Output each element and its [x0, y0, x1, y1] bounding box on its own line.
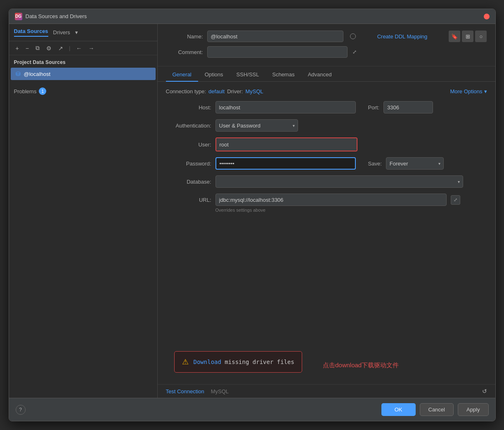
conn-type-label: Connection type: [166, 88, 206, 95]
more-options-arrow: ▾ [484, 88, 487, 95]
name-indicator [350, 33, 356, 39]
title-bar-left: DG Data Sources and Drivers [15, 13, 87, 20]
name-row: Name: Create DDL Mapping 🔖 ⊞ ○ [166, 31, 487, 42]
name-input[interactable] [207, 31, 343, 42]
driver-value[interactable]: MySQL [245, 88, 263, 95]
warning-annotation: 点击download下载驱动文件 [323, 361, 399, 369]
app-icon: DG [15, 13, 22, 20]
password-input[interactable] [215, 157, 356, 170]
icon-btn-3[interactable]: ○ [475, 31, 487, 42]
icon-btn-2[interactable]: ⊞ [462, 31, 473, 42]
save-select-wrapper: Forever ▾ [386, 157, 444, 170]
sidebar-dropdown-arrow[interactable]: ▾ [75, 29, 78, 35]
tab-options[interactable]: Options [198, 68, 230, 82]
dialog-footer: ? OK Cancel Apply [9, 398, 495, 421]
sidebar-toolbar: + − ⧉ ⚙ ↗ | ← → [9, 41, 157, 55]
user-input-box [215, 137, 357, 151]
auth-row: Authentication: User & Password ▾ [166, 119, 487, 132]
warning-text: Download missing driver files [194, 359, 294, 365]
bottom-left: Test Connection MySQL [166, 388, 229, 395]
more-options-button[interactable]: More Options ▾ [450, 88, 487, 95]
warning-icon: ⚠ [182, 357, 189, 366]
comment-input[interactable] [207, 46, 348, 58]
tab-content-general: Connection type: default Driver: MySQL M… [158, 82, 495, 351]
title-bar: DG Data Sources and Drivers × [9, 9, 495, 24]
problems-section: Problems 1 [9, 83, 157, 99]
export-button[interactable]: ↗ [57, 44, 65, 52]
sidebar-header: Data Sources Drivers ▾ [9, 24, 157, 41]
tab-ssh-ssl[interactable]: SSH/SSL [230, 68, 266, 82]
user-input[interactable] [216, 138, 357, 151]
remove-datasource-button[interactable]: − [24, 44, 31, 52]
auth-label: Authentication: [166, 123, 211, 129]
sidebar: Data Sources Drivers ▾ + − ⧉ ⚙ ↗ | ← → P… [9, 24, 158, 398]
help-button[interactable]: ? [16, 405, 26, 415]
forward-button[interactable]: → [87, 44, 96, 52]
comment-row: Comment: ⤢ [166, 46, 487, 58]
close-button[interactable]: × [484, 14, 490, 19]
warning-box: ⚠ Download missing driver files [174, 351, 302, 373]
url-hint: Overrides settings above [215, 208, 487, 213]
copy-datasource-button[interactable]: ⧉ [34, 44, 41, 52]
bottom-bar: Test Connection MySQL ↺ [158, 384, 495, 398]
tab-drivers[interactable]: Drivers [53, 29, 70, 35]
comment-label: Comment: [166, 49, 203, 55]
warning-suffix: missing driver files [221, 359, 294, 365]
ok-button[interactable]: OK [381, 403, 416, 416]
header-icons: 🔖 ⊞ ○ [449, 31, 487, 42]
tab-general[interactable]: General [166, 68, 198, 82]
database-select[interactable] [215, 175, 463, 188]
content-area: Data Sources Drivers ▾ + − ⧉ ⚙ ↗ | ← → P… [9, 24, 495, 398]
toolbar-separator: | [69, 45, 70, 51]
settings-button[interactable]: ⚙ [45, 44, 53, 52]
main-panel: Name: Create DDL Mapping 🔖 ⊞ ○ Comment: … [158, 24, 495, 398]
database-label: Database: [166, 179, 211, 185]
problems-badge: 1 [39, 87, 46, 95]
conn-type-left: Connection type: default Driver: MySQL [166, 88, 263, 95]
back-button[interactable]: ← [74, 44, 83, 52]
dialog-title: Data Sources and Drivers [26, 13, 87, 19]
password-label: Password: [166, 161, 211, 167]
datasource-label: @localhost [24, 71, 51, 77]
url-input[interactable] [215, 194, 447, 206]
form-area: Name: Create DDL Mapping 🔖 ⊞ ○ Comment: … [158, 24, 495, 66]
url-label: URL: [166, 197, 211, 203]
add-datasource-button[interactable]: + [14, 44, 21, 52]
refresh-button[interactable]: ↺ [482, 388, 487, 395]
auth-select[interactable]: User & Password [215, 119, 298, 132]
port-label: Port: [368, 104, 379, 111]
driver-name-label: MySQL [211, 388, 229, 395]
port-input[interactable] [383, 101, 433, 113]
tabs-row: General Options SSH/SSL Schemas Advanced [158, 68, 495, 82]
auth-select-wrapper: User & Password ▾ [215, 119, 298, 132]
data-sources-dialog: DG Data Sources and Drivers × Data Sourc… [9, 9, 496, 421]
conn-type-value[interactable]: default [208, 88, 225, 95]
cancel-button[interactable]: Cancel [420, 403, 454, 416]
url-expand-button[interactable]: ⤢ [451, 195, 460, 205]
password-row: Password: Save: Forever ▾ [166, 157, 487, 170]
host-input[interactable] [215, 101, 356, 113]
datasource-icon: ⛁ [16, 71, 21, 77]
comment-expand-button[interactable]: ⤢ [352, 48, 357, 56]
host-label: Host: [166, 104, 211, 111]
create-ddl-link[interactable]: Create DDL Mapping [377, 33, 428, 40]
project-datasources-header: Project Data Sources [9, 55, 157, 68]
tab-datasources[interactable]: Data Sources [14, 28, 48, 37]
database-select-wrapper: ▾ [215, 175, 463, 188]
warning-area: ⚠ Download missing driver files 点击downlo… [158, 351, 495, 384]
icon-btn-1[interactable]: 🔖 [449, 31, 460, 42]
apply-button[interactable]: Apply [458, 403, 489, 416]
datasource-item-localhost[interactable]: ⛁ @localhost [11, 68, 156, 80]
database-row: Database: ▾ [166, 175, 487, 188]
connection-type-row: Connection type: default Driver: MySQL M… [166, 88, 487, 95]
test-connection-button[interactable]: Test Connection [166, 388, 204, 395]
host-row: Host: Port: [166, 101, 487, 113]
tab-advanced[interactable]: Advanced [301, 68, 338, 82]
download-link[interactable]: Download [194, 359, 221, 365]
save-select[interactable]: Forever [386, 157, 444, 170]
name-label: Name: [166, 33, 203, 40]
tab-schemas[interactable]: Schemas [265, 68, 301, 82]
save-label: Save: [368, 161, 382, 167]
footer-actions: OK Cancel Apply [381, 403, 489, 416]
url-row: URL: ⤢ [166, 194, 487, 206]
